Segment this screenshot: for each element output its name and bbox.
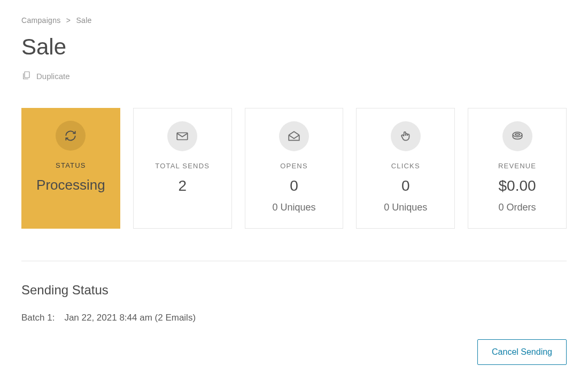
svg-rect-0 xyxy=(25,72,29,77)
breadcrumb-separator: > xyxy=(66,16,71,25)
page-title: Sale xyxy=(21,34,567,60)
sending-status-title: Sending Status xyxy=(21,283,567,298)
card-opens-subvalue: 0 Uniques xyxy=(272,202,315,213)
card-status-value: Processing xyxy=(36,177,105,193)
card-sends-label: TOTAL SENDS xyxy=(155,162,210,170)
card-revenue-subvalue: 0 Orders xyxy=(499,202,536,213)
divider xyxy=(21,261,567,261)
card-clicks-value: 0 xyxy=(401,177,410,194)
card-clicks-label: CLICKS xyxy=(391,162,420,170)
card-revenue-value: $0.00 xyxy=(499,177,536,194)
batch-row: Batch 1: Jan 22, 2021 8:44 am (2 Emails) xyxy=(21,313,567,323)
refresh-icon xyxy=(56,121,86,151)
duplicate-button[interactable]: Duplicate xyxy=(21,71,70,81)
duplicate-label: Duplicate xyxy=(36,72,70,81)
envelope-icon xyxy=(167,121,197,151)
card-status: STATUS Processing xyxy=(21,108,120,229)
card-revenue: REVENUE $0.00 0 Orders xyxy=(468,108,567,229)
card-clicks-subvalue: 0 Uniques xyxy=(384,202,427,213)
breadcrumb-current: Sale xyxy=(76,16,91,25)
batch-detail: Jan 22, 2021 8:44 am (2 Emails) xyxy=(64,313,196,323)
card-status-label: STATUS xyxy=(56,161,86,169)
coin-icon xyxy=(502,121,532,151)
card-opens-label: OPENS xyxy=(280,162,308,170)
card-clicks: CLICKS 0 0 Uniques xyxy=(356,108,455,229)
duplicate-icon xyxy=(21,71,31,81)
breadcrumb: Campaigns > Sale xyxy=(21,16,567,25)
batch-label: Batch 1: xyxy=(21,313,55,323)
pointer-icon xyxy=(391,121,421,151)
envelope-open-icon xyxy=(279,121,309,151)
svg-rect-1 xyxy=(177,133,188,140)
card-opens-value: 0 xyxy=(290,177,298,194)
card-opens: OPENS 0 0 Uniques xyxy=(245,108,344,229)
breadcrumb-parent[interactable]: Campaigns xyxy=(21,16,61,25)
svg-point-2 xyxy=(513,132,522,137)
cancel-sending-button[interactable]: Cancel Sending xyxy=(477,339,567,365)
card-sends-value: 2 xyxy=(178,177,187,194)
stats-cards: STATUS Processing TOTAL SENDS 2 OPENS 0 … xyxy=(21,108,567,229)
card-revenue-label: REVENUE xyxy=(498,162,536,170)
card-total-sends: TOTAL SENDS 2 xyxy=(133,108,232,229)
svg-point-3 xyxy=(515,134,520,135)
